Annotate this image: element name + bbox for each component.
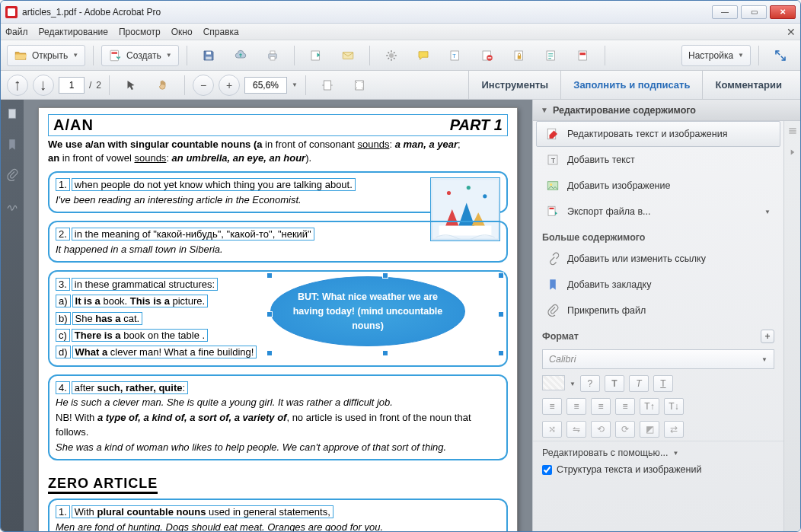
font-size-button[interactable]: ? <box>580 375 600 392</box>
expand-format-button[interactable]: + <box>761 330 774 343</box>
edit-with-row[interactable]: Редактировать с помощью... ▼ <box>542 448 774 458</box>
zoom-in-button[interactable]: + <box>219 75 240 96</box>
tab-tools[interactable]: Инструменты <box>468 71 560 100</box>
page-total: 2 <box>96 80 101 91</box>
share-button[interactable] <box>302 45 330 66</box>
align-center-button[interactable]: ≡ <box>566 398 586 415</box>
fit-page-button[interactable] <box>346 75 373 96</box>
caret-icon: ▼ <box>72 52 78 59</box>
menu-edit[interactable]: Редактирование <box>39 27 108 37</box>
replace-button[interactable]: ⇄ <box>664 421 684 438</box>
save-cloud-button[interactable] <box>227 45 254 66</box>
callout-ellipse[interactable]: BUT: What nice weather we are having tod… <box>270 276 465 346</box>
resize-handle[interactable] <box>266 272 273 279</box>
align-justify-button[interactable]: ≡ <box>615 398 635 415</box>
pdf-page: A/AN PART 1 We use a/an with singular co… <box>38 107 518 532</box>
content-area: A/AN PART 1 We use a/an with singular co… <box>1 100 800 532</box>
select-tool[interactable] <box>117 75 145 96</box>
add-link-item[interactable]: Добавить или изменить ссылку <box>536 246 780 272</box>
edit-text-images-item[interactable]: Редактировать текст и изображения <box>536 121 780 147</box>
thumbnails-icon[interactable] <box>5 107 19 121</box>
signatures-icon[interactable] <box>5 199 19 212</box>
font-selector[interactable]: Calibri ▼ <box>542 349 774 369</box>
zoom-input[interactable] <box>244 77 287 94</box>
selected-ellipse-object[interactable]: BUT: What nice weather we are having tod… <box>270 276 500 352</box>
prev-page-button[interactable]: ⭡ <box>7 75 28 96</box>
minimize-button[interactable]: — <box>712 5 738 19</box>
document-viewport[interactable]: A/AN PART 1 We use a/an with singular co… <box>24 100 532 532</box>
fit-width-button[interactable] <box>314 75 341 96</box>
protect-button[interactable] <box>506 45 533 66</box>
underline-button[interactable]: T <box>653 375 673 392</box>
bold-button[interactable]: T <box>605 375 624 392</box>
color-swatch[interactable] <box>542 375 565 390</box>
resize-handle[interactable] <box>266 350 273 356</box>
panel-header[interactable]: ▼ Редактирование содержимого <box>533 100 800 121</box>
add-bookmark-item[interactable]: Добавить закладку <box>536 272 780 298</box>
resize-handle[interactable] <box>498 350 504 356</box>
rotate-ccw-button[interactable]: ⟲ <box>591 421 611 438</box>
resize-handle[interactable] <box>382 350 388 356</box>
flip-h-button[interactable]: ⇋ <box>566 421 586 438</box>
rotate-cw-button[interactable]: ⟳ <box>615 421 635 438</box>
resize-handle[interactable] <box>266 311 273 317</box>
bookmarks-icon[interactable] <box>5 138 19 151</box>
caret-icon[interactable]: ▼ <box>292 81 298 88</box>
next-page-button[interactable]: ⭣ <box>33 75 54 96</box>
comment-button[interactable] <box>410 45 437 66</box>
resize-handle[interactable] <box>382 272 388 279</box>
align-left-button[interactable]: ≡ <box>542 398 562 415</box>
superscript-button[interactable]: T↑ <box>640 398 659 415</box>
create-button[interactable]: Создать ▼ <box>101 45 179 66</box>
tab-comments[interactable]: Комментарии <box>702 71 794 100</box>
hand-tool[interactable] <box>149 75 177 96</box>
menu-window[interactable]: Окно <box>171 27 193 37</box>
print-button[interactable] <box>259 45 286 66</box>
italic-button[interactable]: T <box>629 375 649 392</box>
close-button[interactable]: ✕ <box>770 5 796 19</box>
panel-collapse-icon[interactable] <box>787 147 798 158</box>
menu-file[interactable]: Файл <box>5 27 28 37</box>
open-button[interactable]: Открыть ▼ <box>7 45 85 66</box>
subscript-button[interactable]: T↓ <box>664 398 684 415</box>
save-button[interactable] <box>195 45 222 66</box>
window-title: articles_1.pdf - Adobe Acrobat Pro <box>22 7 712 18</box>
gear-button[interactable] <box>378 45 405 66</box>
page-number-input[interactable] <box>59 77 85 94</box>
fullscreen-button[interactable] <box>767 45 794 66</box>
multimedia-button[interactable] <box>570 45 597 66</box>
customize-button[interactable]: Настройка ▼ <box>681 45 751 66</box>
align-right-button[interactable]: ≡ <box>591 398 611 415</box>
caret-icon: ▼ <box>166 52 172 59</box>
crop-button[interactable]: ◩ <box>640 421 659 438</box>
menu-view[interactable]: Просмотр <box>119 27 161 37</box>
zoom-out-button[interactable]: − <box>193 75 214 96</box>
add-image-item[interactable]: Добавить изображение <box>536 173 780 199</box>
chevron-down-icon: ▼ <box>541 106 548 114</box>
forms-button[interactable] <box>538 45 565 66</box>
form-icon <box>544 49 558 62</box>
maximize-button[interactable]: ▭ <box>741 5 767 19</box>
attach-file-item[interactable]: Прикрепить файл <box>536 298 780 323</box>
export-file-item[interactable]: Экспорт файла в... ▼ <box>536 199 780 225</box>
caret-icon[interactable]: ▼ <box>570 381 576 387</box>
svg-rect-19 <box>324 81 330 90</box>
fit-width-icon <box>321 78 334 92</box>
flip-v-button[interactable]: ⤭ <box>542 421 562 438</box>
structure-checkbox[interactable] <box>542 465 552 475</box>
attachments-icon[interactable] <box>5 168 19 182</box>
titlebar: articles_1.pdf - Adobe Acrobat Pro — ▭ ✕ <box>1 1 800 24</box>
panel-menu-icon[interactable] <box>787 126 798 136</box>
expand-icon <box>774 49 787 62</box>
add-text-item[interactable]: T Добавить текст <box>536 147 780 173</box>
structure-checkbox-row[interactable]: Структура текста и изображений <box>542 464 774 475</box>
remove-button[interactable] <box>474 45 501 66</box>
document-close-icon[interactable]: ✕ <box>787 26 796 38</box>
zero-box-1: 1.With plural countable nouns used in ge… <box>48 499 508 532</box>
menu-help[interactable]: Справка <box>203 27 239 37</box>
tab-fill-sign[interactable]: Заполнить и подписать <box>560 71 702 100</box>
resize-handle[interactable] <box>498 311 504 317</box>
resize-handle[interactable] <box>498 272 504 279</box>
text-edit-button[interactable]: T <box>442 45 469 66</box>
email-button[interactable] <box>334 45 362 66</box>
